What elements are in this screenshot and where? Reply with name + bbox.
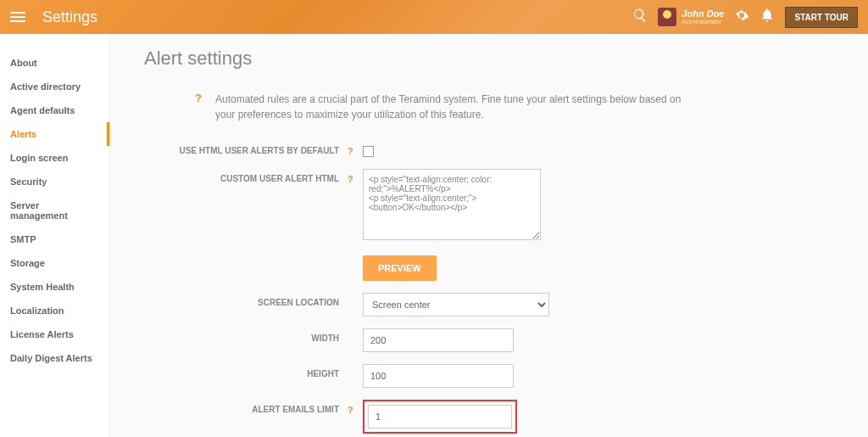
page-title: Alert settings <box>144 48 834 70</box>
sidebar-item-agent-defaults[interactable]: Agent defaults <box>0 98 109 122</box>
sidebar-item-smtp[interactable]: SMTP <box>0 227 109 251</box>
user-block[interactable]: John Doe Administrator <box>658 8 724 26</box>
sidebar-item-login-screen[interactable]: Login screen <box>0 146 109 170</box>
sidebar-item-system-health[interactable]: System Health <box>0 275 109 299</box>
user-role: Administrator <box>682 19 724 25</box>
custom-html-textarea[interactable]: <p style="text-align:center; color: red;… <box>363 169 541 240</box>
sidebar-item-security[interactable]: Security <box>0 170 109 193</box>
gear-icon[interactable] <box>734 8 749 26</box>
main-content: Alert settings ? Automated rules are a c… <box>110 34 868 437</box>
label-use-html: USE HTML USER ALERTS BY DEFAULT <box>144 141 348 155</box>
sidebar: About Active directory Agent defaults Al… <box>0 34 110 437</box>
bell-icon[interactable] <box>760 8 775 26</box>
header-bar: Settings John Doe Administrator START TO… <box>0 0 868 34</box>
sidebar-item-localization[interactable]: Localization <box>0 299 109 322</box>
label-height: HEIGHT <box>144 364 348 378</box>
user-name: John Doe <box>682 9 724 19</box>
start-tour-button[interactable]: START TOUR <box>785 7 858 28</box>
alert-emails-limit-input[interactable] <box>368 405 512 429</box>
sidebar-item-server-management[interactable]: Server management <box>0 193 109 227</box>
sidebar-item-daily-digest-alerts[interactable]: Daily Digest Alerts <box>0 346 109 370</box>
sidebar-item-alerts[interactable]: Alerts <box>0 122 109 146</box>
menu-icon[interactable] <box>10 7 31 27</box>
screen-location-select[interactable]: Screen center <box>363 293 549 317</box>
search-icon[interactable] <box>632 8 648 26</box>
help-icon[interactable]: ? <box>348 141 358 156</box>
sidebar-item-about[interactable]: About <box>0 51 109 75</box>
sidebar-item-license-alerts[interactable]: License Alerts <box>0 322 109 346</box>
preview-button[interactable]: PREVIEW <box>363 255 437 281</box>
help-icon[interactable]: ? <box>195 92 202 104</box>
sidebar-item-storage[interactable]: Storage <box>0 251 109 275</box>
header-title: Settings <box>42 8 97 26</box>
label-width: WIDTH <box>144 328 348 343</box>
help-icon[interactable]: ? <box>348 400 358 415</box>
avatar <box>658 8 676 26</box>
intro-text: Automated rules are a crucial part of th… <box>215 92 690 122</box>
use-html-checkbox[interactable] <box>363 146 374 157</box>
sidebar-item-active-directory[interactable]: Active directory <box>0 75 109 98</box>
help-icon[interactable]: ? <box>348 169 358 184</box>
height-input[interactable] <box>363 364 514 388</box>
highlight-box <box>363 400 517 434</box>
label-custom-html: CUSTOM USER ALERT HTML <box>144 169 348 183</box>
label-alert-emails-limit: ALERT EMAILS LIMIT <box>144 400 348 414</box>
label-screen-location: SCREEN LOCATION <box>144 293 348 307</box>
width-input[interactable] <box>363 328 514 352</box>
